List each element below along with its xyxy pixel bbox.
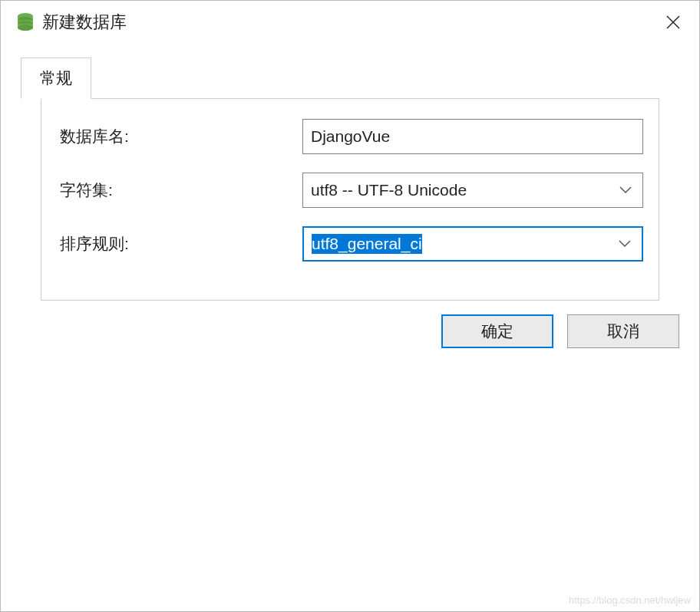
cancel-button[interactable]: 取消 (567, 314, 679, 348)
row-charset: 字符集: utf8 -- UTF-8 Unicode (57, 173, 643, 208)
svg-point-3 (18, 25, 33, 31)
button-bar: 确定 取消 (1, 301, 699, 362)
database-icon (16, 12, 35, 32)
titlebar: 新建数据库 (1, 1, 699, 44)
database-name-input[interactable] (302, 119, 643, 154)
new-database-dialog: 新建数据库 常规 数据库名: 字符集: utf8 -- UTF-8 Unicod… (0, 0, 700, 612)
charset-value: utf8 -- UTF-8 Unicode (311, 181, 635, 199)
close-icon (665, 15, 681, 30)
close-button[interactable] (662, 12, 684, 33)
tab-general[interactable]: 常规 (21, 58, 91, 99)
charset-select[interactable]: utf8 -- UTF-8 Unicode (302, 173, 643, 208)
collation-value: utf8_general_ci (312, 234, 422, 254)
chevron-down-icon (619, 240, 631, 248)
label-charset: 字符集: (57, 179, 302, 201)
collation-select[interactable]: utf8_general_ci (302, 226, 643, 262)
row-collation: 排序规则: utf8_general_ci (57, 226, 643, 262)
dialog-title: 新建数据库 (42, 11, 127, 34)
label-database-name: 数据库名: (57, 126, 302, 147)
tab-area: 常规 数据库名: 字符集: utf8 -- UTF-8 Unicode 排序规则… (1, 58, 699, 301)
chevron-down-icon (619, 186, 632, 194)
content-panel: 数据库名: 字符集: utf8 -- UTF-8 Unicode 排序规则: u… (41, 98, 659, 301)
ok-button[interactable]: 确定 (441, 314, 553, 348)
label-collation: 排序规则: (57, 233, 302, 255)
titlebar-left: 新建数据库 (16, 11, 127, 34)
row-database-name: 数据库名: (57, 119, 643, 154)
